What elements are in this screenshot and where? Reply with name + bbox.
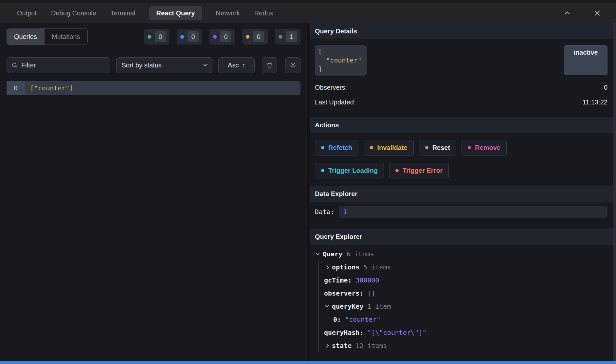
sort-by-select[interactable]: Sort by status: [116, 57, 213, 73]
query-status-label: inactive: [573, 49, 598, 75]
tree-row-options[interactable]: options 5 items: [324, 261, 607, 274]
tab-debug-console[interactable]: Debug Console: [50, 6, 97, 20]
paused-count: 0: [220, 31, 231, 42]
tab-react-query[interactable]: React Query: [149, 6, 202, 20]
tree-row-queryhash: queryHash: "[\"counter\"]": [324, 326, 607, 339]
refetch-dot-icon: [321, 146, 324, 149]
tree-value: 300000: [355, 276, 379, 284]
queries-mutations-toggle: Queries Mutations: [7, 28, 88, 45]
actions-header: Actions: [310, 117, 616, 133]
status-badge-fresh[interactable]: 0: [144, 29, 170, 45]
stale-count: 0: [253, 31, 264, 42]
tree-value: "counter": [345, 316, 380, 323]
query-key-text: ["counter"]: [25, 81, 300, 95]
query-explorer-header: Query Explorer: [310, 228, 616, 245]
chevron-right-icon[interactable]: [324, 344, 329, 347]
tree-row-querykey-0: 0: "counter": [333, 313, 607, 326]
remove-dot-icon: [468, 146, 471, 149]
trigger-loading-label: Trigger Loading: [328, 167, 378, 174]
observers-label: Observers:: [315, 84, 347, 91]
tree-value: []: [367, 289, 375, 297]
invalidate-button[interactable]: Invalidate: [364, 140, 413, 155]
queries-toggle-button[interactable]: Queries: [7, 29, 45, 45]
chevron-down-icon[interactable]: [324, 306, 329, 307]
status-badge-stale[interactable]: 0: [242, 29, 268, 45]
settings-button[interactable]: [285, 57, 300, 73]
tab-network[interactable]: Network: [215, 6, 240, 20]
close-icon: [593, 9, 601, 17]
tree-row-gctime: gcTime: 300000: [324, 274, 607, 287]
tree-meta: 5 items: [363, 263, 391, 271]
data-value-input[interactable]: [339, 206, 607, 218]
inactive-count: 1: [286, 31, 297, 42]
tab-terminal[interactable]: Terminal: [110, 6, 136, 20]
filter-search-box: [7, 57, 110, 73]
tab-output[interactable]: Output: [16, 6, 37, 20]
paused-status-dot-icon: [213, 35, 217, 39]
panel-tab-bar: Output Debug Console Terminal React Quer…: [0, 0, 616, 23]
tree-row-query[interactable]: Query 6 items: [315, 247, 607, 261]
status-badge-fetching[interactable]: 0: [177, 29, 202, 45]
maximize-panel-button[interactable]: [562, 8, 573, 19]
refetch-label: Refetch: [328, 144, 352, 152]
tree-key: state: [332, 342, 352, 350]
sort-direction-label: Asc: [228, 62, 239, 69]
tree-meta: 12 items: [355, 342, 387, 350]
last-updated-label: Last Updated:: [315, 99, 356, 106]
trigger-error-dot-icon: [395, 169, 399, 172]
right-panel-scrollbar[interactable]: [613, 23, 616, 361]
trigger-error-button[interactable]: Trigger Error: [389, 163, 449, 178]
clear-cache-button[interactable]: [262, 57, 277, 73]
reset-button[interactable]: Reset: [419, 140, 456, 155]
reset-label: Reset: [432, 144, 450, 152]
tab-redux[interactable]: Redux: [254, 6, 274, 20]
chevron-up-icon: [563, 9, 571, 17]
query-details-panel: Query Details [ "counter" ] inactive Obs…: [310, 23, 616, 361]
chevron-down-icon[interactable]: [315, 253, 320, 255]
filter-input[interactable]: [21, 62, 105, 69]
chevron-right-icon[interactable]: [324, 266, 329, 269]
query-list: 0 ["counter"]: [7, 81, 300, 95]
remove-button[interactable]: Remove: [462, 140, 507, 155]
tree-key: Query: [323, 250, 342, 258]
sort-direction-button[interactable]: Asc ↑: [218, 57, 255, 73]
tree-value: "[\"counter\"]": [367, 329, 426, 337]
react-query-devtools-panel: Output Debug Console Terminal React Quer…: [0, 0, 616, 364]
tree-row-observers: observers: []: [324, 287, 607, 300]
actions-title: Actions: [315, 121, 339, 129]
reset-dot-icon: [425, 146, 428, 149]
status-badge-inactive[interactable]: 1: [275, 29, 300, 45]
fresh-status-dot-icon: [148, 35, 151, 39]
selected-query-key-block: [ "counter" ]: [315, 45, 367, 76]
tree-row-state[interactable]: state 12 items: [324, 339, 607, 352]
observers-value: 0: [604, 84, 607, 91]
query-details-header: Query Details: [310, 23, 616, 39]
querykey-children: 0: "counter": [328, 313, 607, 326]
chevron-down-icon: [204, 62, 208, 66]
close-panel-button[interactable]: [592, 8, 603, 19]
search-icon: [11, 62, 18, 68]
query-details-title: Query Details: [315, 27, 357, 35]
arrow-up-icon: ↑: [242, 62, 245, 69]
trigger-loading-button[interactable]: Trigger Loading: [315, 163, 384, 178]
tree-key: 0:: [333, 316, 341, 323]
invalidate-dot-icon: [370, 146, 373, 149]
mutations-toggle-button[interactable]: Mutations: [45, 29, 87, 45]
tree-row-querykey[interactable]: queryKey 1 item: [324, 300, 607, 313]
query-explorer-title: Query Explorer: [315, 233, 362, 241]
tree-key: gcTime:: [324, 276, 352, 284]
fetching-status-dot-icon: [180, 35, 184, 39]
refetch-button[interactable]: Refetch: [315, 140, 358, 155]
queries-panel: Queries Mutations 0 0 0: [0, 23, 307, 361]
query-status-badge: inactive: [564, 45, 607, 75]
query-list-row[interactable]: 0 ["counter"]: [7, 81, 300, 95]
invalidate-label: Invalidate: [377, 144, 407, 152]
tree-key: queryHash:: [324, 329, 363, 337]
data-label: Data:: [315, 208, 335, 216]
panel-focus-border: [0, 361, 616, 364]
data-explorer-header: Data Explorer: [310, 186, 616, 202]
panel-divider[interactable]: [307, 23, 310, 361]
trigger-loading-dot-icon: [321, 169, 324, 172]
status-badge-paused[interactable]: 0: [209, 29, 235, 45]
sort-by-label: Sort by status: [122, 62, 162, 69]
